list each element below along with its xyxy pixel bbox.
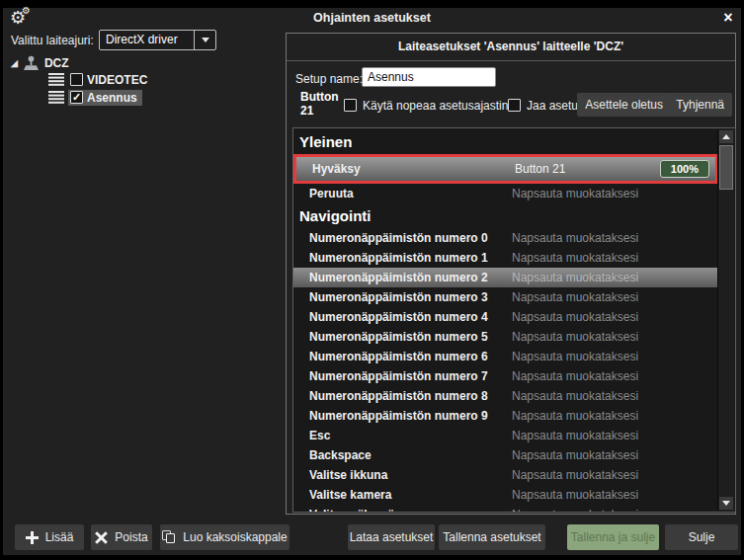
- list-item[interactable]: Peruuta Napsauta muokataksesi: [293, 184, 718, 203]
- scroll-up-button[interactable]: [719, 130, 733, 143]
- list-item[interactable]: Numeronäppäimistön numero 4 Napsauta muo…: [293, 307, 718, 327]
- list-item[interactable]: Numeronäppäimistön numero 7 Napsauta muo…: [293, 366, 718, 386]
- plus-icon: [26, 531, 39, 544]
- tree-expander-icon[interactable]: ◢: [11, 58, 18, 68]
- triangle-down-icon: [722, 501, 730, 506]
- setup-name-label: Setup name:: [295, 72, 363, 86]
- driver-dropdown-value: DirectX driver: [100, 31, 194, 49]
- tree-item-asennus[interactable]: Asennus: [48, 89, 152, 106]
- action-label: Esc: [309, 429, 330, 442]
- list-item[interactable]: Valitse kamera Napsauta muokataksesi: [293, 485, 718, 505]
- action-label: Numeronäppäimistön numero 8: [309, 389, 488, 403]
- binding-value: Napsauta muokataksesi: [512, 231, 638, 245]
- binding-value: Napsauta muokataksesi: [512, 369, 638, 383]
- remove-button[interactable]: Poista: [91, 524, 152, 550]
- duplicate-button[interactable]: Luo kaksoiskappale: [160, 524, 289, 550]
- list-item[interactable]: Numeronäppäimistön numero 2 Napsauta muo…: [293, 268, 718, 287]
- binding-value: Napsauta muokataksesi: [512, 448, 638, 462]
- binding-value: Napsauta muokataksesi: [512, 409, 638, 423]
- chevron-down-icon: [202, 38, 209, 42]
- binding-value: Napsauta muokataksesi: [512, 488, 638, 502]
- binding-value: Napsauta muokataksesi: [512, 350, 638, 363]
- list-item[interactable]: Numeronäppäimistön numero 8 Napsauta muo…: [293, 386, 718, 406]
- driver-label: Valittu laiteajuri:: [11, 34, 94, 47]
- tree-item-videotec[interactable]: VIDEOTEC: [48, 71, 152, 88]
- driver-dropdown[interactable]: DirectX driver: [99, 30, 216, 50]
- action-label: Numeronäppäimistön numero 4: [309, 310, 488, 324]
- action-label: Valitse kamera: [309, 488, 391, 502]
- list-item[interactable]: Esc Napsauta muokataksesi: [293, 426, 718, 445]
- binding-value: Napsauta muokataksesi: [512, 429, 638, 442]
- action-label: Numeronäppäimistön numero 6: [309, 350, 488, 363]
- triangle-up-icon: [722, 134, 730, 139]
- action-label: Numeronäppäimistön numero 5: [309, 330, 488, 344]
- duplicate-icon: [162, 530, 176, 544]
- binding-value: Napsauta muokataksesi: [512, 290, 638, 304]
- binding-value: Button 21: [515, 162, 565, 176]
- clear-button[interactable]: Tyhjennä: [668, 93, 732, 117]
- joystick-icon: [23, 55, 40, 71]
- tree-root-label: DCZ: [44, 56, 69, 70]
- apply-default-button[interactable]: Asettele oletus: [577, 93, 671, 117]
- setup-label: VIDEOTEC: [87, 73, 147, 87]
- section-header: Navigointi: [293, 203, 718, 228]
- binding-value: Napsauta muokataksesi: [512, 187, 638, 200]
- remove-button-label: Poista: [115, 530, 147, 544]
- list-item[interactable]: Numeronäppäimistön numero 1 Napsauta muo…: [293, 248, 718, 268]
- setup-list-icon: [48, 91, 64, 104]
- list-item[interactable]: Numeronäppäimistön numero 3 Napsauta muo…: [293, 287, 718, 307]
- setup-list-icon: [48, 73, 64, 86]
- action-label: Hyväksy: [312, 162, 361, 176]
- list-item[interactable]: Valitse ikkuna Napsauta muokataksesi: [293, 465, 718, 485]
- dropdown-arrow-button[interactable]: [194, 31, 215, 49]
- binding-value: Napsauta muokataksesi: [512, 271, 638, 284]
- list-item[interactable]: Hyväksy Button 21 100%: [296, 157, 715, 181]
- setup-checkbox[interactable]: [70, 91, 83, 104]
- list-item[interactable]: Numeronäppäimistön numero 9 Napsauta muo…: [293, 406, 718, 426]
- add-button[interactable]: Lisää: [15, 524, 84, 550]
- save-and-close-button[interactable]: Tallenna ja sulje: [567, 524, 659, 550]
- list-item[interactable]: Numeronäppäimistön numero 6 Napsauta muo…: [293, 347, 718, 366]
- save-settings-button[interactable]: Tallenna asetukset: [439, 524, 545, 550]
- intensity-badge: 100%: [660, 160, 709, 178]
- list-item[interactable]: Backspace Napsauta muokataksesi: [293, 445, 718, 465]
- scrollbar-thumb[interactable]: [719, 145, 733, 190]
- bindings-list-content: Yleinen Hyväksy Button 21 100% Peruuta N…: [293, 129, 718, 512]
- close-button[interactable]: Sulje: [665, 524, 738, 550]
- section-header: Yleinen: [293, 129, 718, 154]
- scroll-down-button[interactable]: [719, 497, 733, 510]
- action-label: Numeronäppäimistön numero 7: [309, 369, 488, 383]
- share-settings-checkbox[interactable]: [508, 99, 521, 112]
- tree-item-dcz[interactable]: ◢ DCZ: [11, 54, 69, 71]
- controller-settings-window: { "window": { "title": "Ohjainten asetuk…: [0, 0, 744, 560]
- setup-checkbox[interactable]: [70, 73, 83, 86]
- highlighted-binding-outline: Hyväksy Button 21 100%: [293, 154, 718, 184]
- panel-header: Laiteasetukset 'Asennus' laitteelle 'DCZ…: [287, 34, 735, 61]
- binding-value: Napsauta muokataksesi: [512, 330, 638, 344]
- tree-children: VIDEOTEC Asennus: [48, 71, 152, 107]
- action-label: Backspace: [309, 448, 372, 462]
- device-settings-panel: Laiteasetukset 'Asennus' laitteelle 'DCZ…: [286, 33, 736, 515]
- close-icon[interactable]: ×: [717, 8, 739, 28]
- binding-value: Napsauta muokataksesi: [512, 251, 638, 265]
- x-icon: [95, 531, 108, 544]
- bindings-list: Yleinen Hyväksy Button 21 100% Peruuta N…: [292, 127, 736, 513]
- action-label: Valitse näkymä: [309, 508, 394, 512]
- quick-timer-label: Käytä nopeaa asetusajastinta: [363, 99, 518, 113]
- list-item[interactable]: Valitse näkymä Napsauta muokataksesi: [293, 505, 718, 512]
- button-number-cell: Button 21: [300, 90, 339, 118]
- action-label: Numeronäppäimistön numero 1: [309, 251, 488, 265]
- list-item[interactable]: Numeronäppäimistön numero 0 Napsauta muo…: [293, 228, 718, 248]
- add-button-label: Lisää: [45, 530, 74, 544]
- window-title: Ohjainten asetukset: [3, 11, 741, 25]
- load-settings-button[interactable]: Lataa asetukset: [348, 524, 435, 550]
- action-label: Numeronäppäimistön numero 9: [309, 409, 488, 423]
- quick-timer-checkbox[interactable]: [344, 99, 357, 112]
- duplicate-button-label: Luo kaksoiskappale: [183, 530, 287, 544]
- list-item[interactable]: Numeronäppäimistön numero 5 Napsauta muo…: [293, 327, 718, 347]
- setup-name-input[interactable]: [362, 67, 496, 87]
- action-label: Numeronäppäimistön numero 3: [309, 290, 488, 304]
- binding-value: Napsauta muokataksesi: [512, 310, 638, 324]
- binding-value: Napsauta muokataksesi: [512, 508, 638, 512]
- scrollbar[interactable]: [717, 129, 734, 511]
